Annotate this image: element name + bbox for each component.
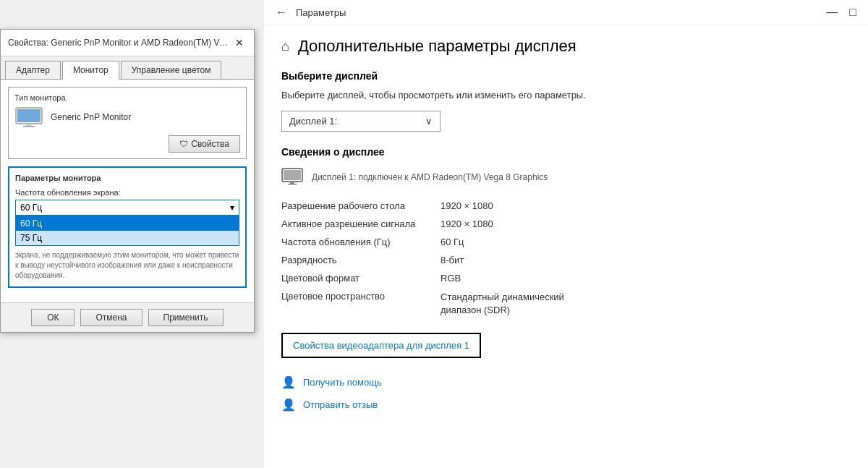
page-header: ⌂ Дополнительные параметры дисплея bbox=[281, 37, 851, 56]
refresh-dropdown-list: 60 Гц 75 Гц bbox=[15, 216, 239, 246]
monitor-icon bbox=[281, 168, 305, 187]
dialog-window: Свойства: Generic PnP Monitor и AMD Rade… bbox=[0, 29, 255, 333]
svg-rect-2 bbox=[26, 124, 32, 126]
display-info-section: Сведения о дисплее Дисплей 1: подключен … bbox=[281, 146, 851, 411]
tab-color[interactable]: Управление цветом bbox=[121, 61, 222, 79]
nav-back-button[interactable]: ← bbox=[276, 6, 287, 19]
dialog-content: Тип монитора Generic PnP Monitor 🛡 🛡 Сво… bbox=[1, 80, 254, 302]
dialog-titlebar: Свойства: Generic PnP Monitor и AMD Rade… bbox=[1, 30, 254, 56]
ok-button[interactable]: ОК bbox=[31, 309, 75, 326]
dialog-footer: ОК Отмена Применить bbox=[1, 302, 254, 332]
home-icon: ⌂ bbox=[281, 39, 289, 54]
refresh-option-60[interactable]: 60 Гц bbox=[16, 216, 239, 231]
video-adapter-link[interactable]: Свойства видеоадаптера для дисплея 1 bbox=[281, 333, 481, 358]
monitor-type-label: Тип монитора bbox=[14, 93, 240, 102]
select-display-desc: Выберите дисплей, чтобы просмотреть или … bbox=[281, 89, 851, 102]
shield-icon: 🛡 bbox=[179, 139, 188, 149]
dialog-tabs: Адаптер Монитор Управление цветом bbox=[1, 56, 254, 80]
monitor-params-section: Параметры монитора Частота обновления эк… bbox=[8, 166, 247, 288]
info-table: Разрешение рабочего стола 1920 × 1080 Ак… bbox=[281, 197, 851, 320]
svg-rect-5 bbox=[284, 170, 301, 180]
page-title: Дополнительные параметры дисплея bbox=[298, 37, 576, 56]
nav-title: Параметры bbox=[296, 7, 346, 18]
monitor-type-section: Тип монитора Generic PnP Monitor 🛡 🛡 Сво… bbox=[8, 87, 247, 159]
chevron-down-icon: ▾ bbox=[230, 203, 234, 213]
display-info-title: Сведения о дисплее bbox=[281, 146, 851, 158]
properties-button[interactable]: 🛡 🛡 Свойства Свойства bbox=[169, 135, 240, 153]
svg-rect-1 bbox=[17, 109, 41, 122]
display-icon-row: Дисплей 1: подключен к AMD Radeon(TM) Ve… bbox=[281, 168, 851, 187]
properties-btn-container: 🛡 🛡 Свойства Свойства bbox=[14, 135, 240, 153]
display-connected-text: Дисплей 1: подключен к AMD Radeon(TM) Ve… bbox=[312, 172, 548, 182]
color-space-value: Стандартный динамическийдиапазон (SDR) bbox=[441, 291, 564, 317]
back-arrow-icon: ← bbox=[276, 6, 287, 18]
info-row: Цветовое пространство Стандартный динами… bbox=[281, 287, 851, 320]
monitor-type-row: Generic PnP Monitor bbox=[14, 106, 240, 128]
info-row: Частота обновления (Гц) 60 Гц bbox=[281, 233, 851, 251]
select-display-heading: Выберите дисплей bbox=[281, 70, 851, 82]
help-section: 👤 Получить помощь 👤 Отправить отзыв bbox=[281, 375, 851, 412]
nav-header: ← Параметры — □ bbox=[264, 0, 868, 25]
refresh-label: Частота обновления экрана: bbox=[15, 188, 239, 197]
info-row: Разрядность 8-бит bbox=[281, 251, 851, 269]
feedback-icon: 👤 bbox=[281, 398, 296, 412]
svg-rect-6 bbox=[290, 182, 294, 184]
refresh-dropdown[interactable]: 60 Гц ▾ bbox=[15, 200, 239, 216]
info-row: Разрешение рабочего стола 1920 × 1080 bbox=[281, 197, 851, 215]
apply-button[interactable]: Применить bbox=[148, 309, 224, 326]
restore-button[interactable]: □ bbox=[849, 6, 856, 19]
refresh-option-75[interactable]: 75 Гц bbox=[16, 231, 239, 245]
dialog-title: Свойства: Generic PnP Monitor и AMD Rade… bbox=[8, 38, 232, 48]
help-icon: 👤 bbox=[281, 375, 296, 389]
dialog-close-button[interactable]: ✕ bbox=[232, 35, 247, 50]
monitor-params-title: Параметры монитора bbox=[15, 174, 239, 182]
svg-rect-7 bbox=[288, 184, 297, 185]
info-row: Активное разрешение сигнала 1920 × 1080 bbox=[281, 215, 851, 233]
settings-content: ⌂ Дополнительные параметры дисплея Выбер… bbox=[264, 25, 868, 468]
monitor-type-icon bbox=[14, 106, 43, 128]
help-link[interactable]: 👤 Получить помощь bbox=[281, 375, 851, 389]
tab-adapter[interactable]: Адаптер bbox=[5, 61, 61, 79]
chevron-down-icon: ∨ bbox=[425, 116, 433, 127]
left-panel: Свойства: Generic PnP Monitor и AMD Rade… bbox=[0, 0, 264, 468]
display-dropdown[interactable]: Дисплей 1: ∨ bbox=[281, 111, 441, 132]
feedback-link[interactable]: 👤 Отправить отзыв bbox=[281, 398, 851, 412]
svg-rect-3 bbox=[23, 126, 35, 127]
info-row: Цветовой формат RGB bbox=[281, 269, 851, 287]
window-controls: — □ bbox=[826, 6, 856, 19]
right-panel: ← Параметры — □ ⌂ Дополнительные парамет… bbox=[264, 0, 868, 468]
display-dropdown-label: Дисплей 1: bbox=[289, 116, 337, 127]
cancel-button[interactable]: Отмена bbox=[80, 309, 142, 326]
warning-text: экрана, не поддерживаемую этим монитором… bbox=[15, 250, 239, 281]
refresh-dropdown-container: 60 Гц ▾ 60 Гц 75 Гц bbox=[15, 200, 239, 246]
minimize-button[interactable]: — bbox=[826, 6, 838, 19]
monitor-name: Generic PnP Monitor bbox=[51, 112, 131, 122]
tab-monitor[interactable]: Монитор bbox=[62, 61, 119, 80]
